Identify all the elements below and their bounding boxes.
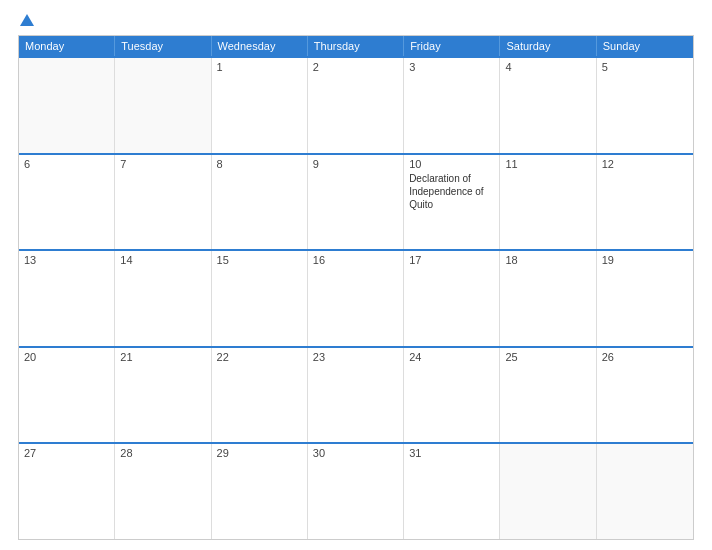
- day-cell: 21: [115, 348, 211, 443]
- day-cell: [19, 58, 115, 153]
- day-number: 13: [24, 254, 109, 266]
- day-cell: 20: [19, 348, 115, 443]
- day-number: 31: [409, 447, 494, 459]
- day-number: 10: [409, 158, 494, 170]
- day-cell: 12: [597, 155, 693, 250]
- day-cell: 8: [212, 155, 308, 250]
- day-number: 22: [217, 351, 302, 363]
- day-cell: 9: [308, 155, 404, 250]
- day-number: 2: [313, 61, 398, 73]
- day-number: 25: [505, 351, 590, 363]
- day-cell: 31: [404, 444, 500, 539]
- day-cell: 1: [212, 58, 308, 153]
- day-number: 30: [313, 447, 398, 459]
- day-number: 1: [217, 61, 302, 73]
- day-number: 8: [217, 158, 302, 170]
- day-number: 28: [120, 447, 205, 459]
- calendar-header: [18, 14, 694, 27]
- day-cell: 25: [500, 348, 596, 443]
- day-cell: [597, 444, 693, 539]
- day-number: 17: [409, 254, 494, 266]
- day-number: 24: [409, 351, 494, 363]
- day-cell: 30: [308, 444, 404, 539]
- day-cell: 2: [308, 58, 404, 153]
- day-number: 21: [120, 351, 205, 363]
- day-number: 19: [602, 254, 688, 266]
- logo-triangle-icon: [20, 14, 34, 26]
- day-header-wednesday: Wednesday: [212, 36, 308, 56]
- day-number: 26: [602, 351, 688, 363]
- day-number: 27: [24, 447, 109, 459]
- week-row-2: 678910Declaration of Independence of Qui…: [19, 153, 693, 250]
- day-number: 12: [602, 158, 688, 170]
- day-cell: 24: [404, 348, 500, 443]
- day-cell: 23: [308, 348, 404, 443]
- day-number: 15: [217, 254, 302, 266]
- day-header-sunday: Sunday: [597, 36, 693, 56]
- day-cell: 7: [115, 155, 211, 250]
- day-cell: 4: [500, 58, 596, 153]
- day-cell: 13: [19, 251, 115, 346]
- day-cell: 17: [404, 251, 500, 346]
- day-cell: 6: [19, 155, 115, 250]
- day-cell: 5: [597, 58, 693, 153]
- day-cell: 16: [308, 251, 404, 346]
- day-cell: 14: [115, 251, 211, 346]
- day-header-friday: Friday: [404, 36, 500, 56]
- day-cell: 18: [500, 251, 596, 346]
- day-cell: 28: [115, 444, 211, 539]
- day-event: Declaration of Independence of Quito: [409, 172, 494, 211]
- day-cell: 3: [404, 58, 500, 153]
- day-number: 4: [505, 61, 590, 73]
- day-cell: 26: [597, 348, 693, 443]
- day-cell: 27: [19, 444, 115, 539]
- calendar-page: MondayTuesdayWednesdayThursdayFridaySatu…: [0, 0, 712, 550]
- logo: [18, 14, 34, 27]
- day-header-tuesday: Tuesday: [115, 36, 211, 56]
- day-cell: 15: [212, 251, 308, 346]
- week-row-5: 2728293031: [19, 442, 693, 539]
- week-row-4: 20212223242526: [19, 346, 693, 443]
- day-header-saturday: Saturday: [500, 36, 596, 56]
- week-row-1: 12345: [19, 56, 693, 153]
- day-number: 23: [313, 351, 398, 363]
- day-cell: 29: [212, 444, 308, 539]
- day-cell: [500, 444, 596, 539]
- day-number: 20: [24, 351, 109, 363]
- day-cell: 11: [500, 155, 596, 250]
- day-number: 11: [505, 158, 590, 170]
- calendar-grid: MondayTuesdayWednesdayThursdayFridaySatu…: [18, 35, 694, 540]
- day-cell: 22: [212, 348, 308, 443]
- day-cell: 10Declaration of Independence of Quito: [404, 155, 500, 250]
- day-header-thursday: Thursday: [308, 36, 404, 56]
- day-number: 18: [505, 254, 590, 266]
- day-number: 3: [409, 61, 494, 73]
- day-number: 6: [24, 158, 109, 170]
- day-number: 14: [120, 254, 205, 266]
- day-cell: [115, 58, 211, 153]
- day-cell: 19: [597, 251, 693, 346]
- day-number: 16: [313, 254, 398, 266]
- day-headers-row: MondayTuesdayWednesdayThursdayFridaySatu…: [19, 36, 693, 56]
- day-number: 9: [313, 158, 398, 170]
- day-number: 29: [217, 447, 302, 459]
- day-number: 5: [602, 61, 688, 73]
- weeks-container: 12345678910Declaration of Independence o…: [19, 56, 693, 539]
- day-number: 7: [120, 158, 205, 170]
- day-header-monday: Monday: [19, 36, 115, 56]
- week-row-3: 13141516171819: [19, 249, 693, 346]
